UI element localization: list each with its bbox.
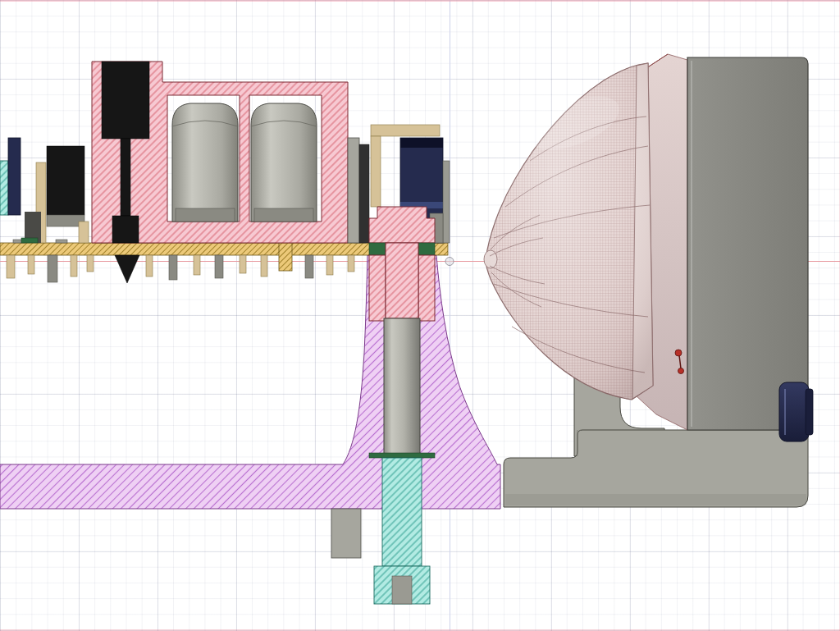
- capacitor-top-band: [400, 138, 443, 148]
- base-shadow-band: [505, 494, 806, 505]
- lead: [326, 255, 333, 275]
- shaft-body: [384, 318, 420, 456]
- render-assembly: mounting-bracket housing-side-face drive…: [484, 54, 813, 507]
- tan-bar: [371, 125, 440, 136]
- dark-slab: [359, 144, 369, 243]
- capacitor-base: [254, 208, 313, 222]
- clamp-bolt[interactable]: clamp-bolt-section: [374, 458, 430, 604]
- lead: [28, 255, 34, 274]
- board-tab-section: [279, 243, 292, 271]
- rear-knob[interactable]: rear-connector-knob: [779, 382, 813, 441]
- navy-component: [8, 138, 21, 215]
- lead: [146, 255, 153, 277]
- lead: [7, 255, 15, 278]
- capacitor-body: [172, 103, 238, 222]
- tube-wall-left: [369, 255, 386, 321]
- gray-edge-part: [443, 161, 450, 243]
- lead: [194, 255, 200, 275]
- mesh-horn[interactable]: mesh-horn-body: [484, 63, 653, 400]
- driver-housing[interactable]: driver-housing: [687, 57, 808, 430]
- seal-band: [369, 453, 435, 458]
- bolt-shank: [382, 458, 422, 566]
- lead: [169, 255, 177, 280]
- standoff-body: [331, 509, 361, 558]
- header-pin: [371, 136, 381, 207]
- capacitor-body: [251, 103, 317, 222]
- lead: [261, 255, 267, 277]
- slot-stem: [121, 139, 130, 216]
- sectioned-sleeve: [0, 161, 8, 215]
- front-face: [687, 57, 808, 430]
- lead: [48, 255, 57, 282]
- gasket-right: [418, 243, 435, 255]
- lead: [87, 255, 94, 272]
- viewport-canvas[interactable]: origin-grid-line section-axis-line stand…: [0, 0, 840, 631]
- bushing-top: [369, 207, 435, 243]
- center-shaft[interactable]: center-shaft: [384, 318, 420, 456]
- center-bushing[interactable]: center-bushing-section: [369, 207, 435, 321]
- capacitor-right[interactable]: capacitor-body: [251, 103, 317, 222]
- bolt-core: [392, 576, 412, 604]
- seal-ring[interactable]: seal-ring: [369, 453, 435, 458]
- slot-base: [112, 216, 139, 243]
- gasket-left: [369, 243, 386, 255]
- lead: [215, 255, 223, 278]
- bushing-core: [386, 243, 418, 318]
- lead: [305, 255, 313, 278]
- origin-marker: origin-marker: [445, 258, 454, 266]
- enclosure-slot: [102, 62, 149, 139]
- standoff-block[interactable]: standoff-block: [331, 509, 361, 558]
- knob-body: [779, 382, 809, 441]
- cad-viewport: origin-grid-line section-axis-line stand…: [0, 0, 840, 631]
- red-pin-bottom: [678, 368, 684, 374]
- capacitor-left[interactable]: capacitor-body: [172, 103, 238, 222]
- tube-wall-right: [418, 255, 435, 321]
- red-pin-top: [675, 350, 682, 356]
- board-clip: [21, 238, 38, 243]
- header-pin: [79, 222, 89, 243]
- board-components-left[interactable]: board-components-left: [0, 138, 89, 243]
- lead: [240, 255, 246, 273]
- pin-spike: [115, 255, 139, 283]
- knob-cap: [806, 389, 813, 435]
- capacitor-base: [176, 208, 235, 222]
- lead: [348, 255, 354, 272]
- section-assembly: stand-and-base-section standoff-block pr…: [0, 62, 500, 604]
- gray-slab: [348, 138, 359, 243]
- black-component: [47, 146, 84, 215]
- lead: [71, 255, 77, 277]
